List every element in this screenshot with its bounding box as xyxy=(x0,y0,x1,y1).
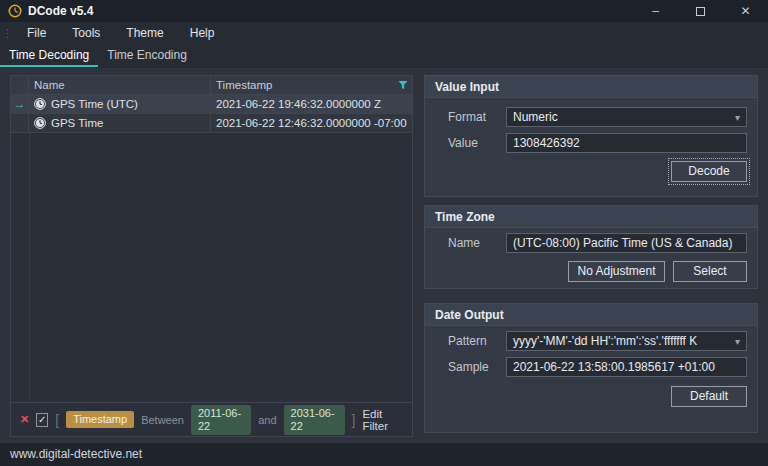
timezone-name-row: Name xyxy=(425,233,747,253)
pattern-label: Pattern xyxy=(425,334,506,348)
format-dropdown[interactable]: Numeric ▾ xyxy=(506,107,747,127)
filter-to-badge[interactable]: 2031-06-22 xyxy=(284,405,345,435)
menu-theme[interactable]: Theme xyxy=(113,22,176,45)
row-name-cell[interactable]: GPS Time xyxy=(29,114,211,132)
sample-label: Sample xyxy=(425,360,506,374)
timezone-name-field[interactable] xyxy=(506,233,747,253)
grip-icon: ⋮ xyxy=(0,27,14,40)
remove-filter-icon[interactable]: ✕ xyxy=(20,413,29,426)
row-name-cell[interactable]: GPS Time (UTC) xyxy=(29,95,211,113)
filter-from-badge[interactable]: 2011-06-22 xyxy=(191,405,251,435)
format-selected-value: Numeric xyxy=(513,110,558,124)
sample-row: Sample xyxy=(425,357,747,377)
edit-filter-link[interactable]: Edit Filter xyxy=(362,408,403,432)
filter-close-bracket: ] xyxy=(352,412,356,428)
filter-enabled-checkbox[interactable]: ✓ xyxy=(36,413,48,427)
window-controls: – ✕ xyxy=(633,0,768,22)
menu-bar: ⋮ File Tools Theme Help xyxy=(0,22,768,45)
title-bar: DCode v5.4 – ✕ xyxy=(0,0,768,22)
filter-operator[interactable]: Between xyxy=(141,414,184,426)
check-icon: ✓ xyxy=(38,414,46,425)
arrow-right-icon: → xyxy=(14,97,26,111)
status-link: www.digital-detective.net xyxy=(10,447,142,461)
format-label: Format xyxy=(425,110,506,124)
results-panel: Name Timestamp → xyxy=(10,75,413,437)
tab-time-decoding[interactable]: Time Decoding xyxy=(0,45,98,67)
value-row: Value xyxy=(425,133,747,153)
tab-time-encoding[interactable]: Time Encoding xyxy=(98,45,196,67)
no-adjustment-button[interactable]: No Adjustment xyxy=(568,261,665,282)
maximize-button[interactable] xyxy=(678,0,723,22)
table-row[interactable]: → GPS Time (UTC) 2021-06-22 19:46:32.000… xyxy=(11,95,412,114)
decode-button[interactable]: Decode xyxy=(671,161,747,182)
filter-open-bracket: [ xyxy=(55,412,59,428)
pattern-selected-value: yyyy'-'MM'-'dd HH':'mm':'ss'.'fffffff K xyxy=(513,334,697,348)
column-header-timestamp-label: Timestamp xyxy=(216,79,272,91)
row-name-text: GPS Time (UTC) xyxy=(51,98,138,110)
row-name-text: GPS Time xyxy=(51,117,103,129)
grid-header-row: Name Timestamp xyxy=(11,76,412,95)
grid-gutter-line xyxy=(29,133,30,402)
window-title: DCode v5.4 xyxy=(28,4,93,18)
chevron-down-icon: ▾ xyxy=(735,336,740,347)
tab-bar: Time Decoding Time Encoding xyxy=(0,45,768,68)
time-zone-title: Time Zone xyxy=(425,206,757,228)
table-row[interactable]: GPS Time 2021-06-22 12:46:32.0000000 -07… xyxy=(11,114,412,133)
minimize-icon: – xyxy=(652,4,659,18)
row-timestamp-cell[interactable]: 2021-06-22 12:46:32.0000000 -07:00 xyxy=(211,114,412,132)
selected-row-indicator: → xyxy=(11,95,29,113)
close-button[interactable]: ✕ xyxy=(723,0,768,22)
date-output-group: Date Output Pattern yyyy'-'MM'-'dd HH':'… xyxy=(424,303,758,433)
filter-field-badge[interactable]: Timestamp xyxy=(66,411,134,428)
maximize-icon xyxy=(696,7,705,16)
row-timestamp-cell[interactable]: 2021-06-22 19:46:32.0000000 Z xyxy=(211,95,412,113)
value-input-field[interactable] xyxy=(506,133,747,153)
clock-icon xyxy=(34,117,46,129)
grid-header-gutter xyxy=(11,76,29,94)
value-input-title: Value Input xyxy=(425,76,757,98)
results-grid: Name Timestamp → xyxy=(11,76,412,133)
select-button[interactable]: Select xyxy=(673,261,747,282)
minimize-button[interactable]: – xyxy=(633,0,678,22)
close-icon: ✕ xyxy=(740,4,750,18)
column-header-timestamp[interactable]: Timestamp xyxy=(211,76,412,94)
menu-file[interactable]: File xyxy=(14,22,59,45)
filter-conjunction: and xyxy=(258,414,276,426)
filter-bar: ✕ ✓ [ Timestamp Between 2011-06-22 and 2… xyxy=(11,402,412,436)
timezone-name-label: Name xyxy=(425,236,506,250)
format-row: Format Numeric ▾ xyxy=(425,107,747,127)
column-header-name[interactable]: Name xyxy=(29,76,211,94)
sample-field[interactable] xyxy=(506,357,747,377)
value-input-group: Value Input Format Numeric ▾ Value Decod… xyxy=(424,75,758,197)
menu-tools[interactable]: Tools xyxy=(59,22,113,45)
default-button[interactable]: Default xyxy=(671,386,747,407)
time-zone-group: Time Zone Name No Adjustment Select xyxy=(424,205,758,289)
row-gutter xyxy=(11,114,29,132)
chevron-down-icon: ▾ xyxy=(735,112,740,123)
pattern-dropdown[interactable]: yyyy'-'MM'-'dd HH':'mm':'ss'.'fffffff K … xyxy=(506,331,747,351)
filter-funnel-icon[interactable] xyxy=(398,80,408,90)
status-bar: www.digital-detective.net xyxy=(0,443,768,466)
value-label: Value xyxy=(425,136,506,150)
app-logo-icon xyxy=(8,4,22,18)
clock-icon xyxy=(34,98,46,110)
pattern-row: Pattern yyyy'-'MM'-'dd HH':'mm':'ss'.'ff… xyxy=(425,331,747,351)
date-output-title: Date Output xyxy=(425,304,757,326)
menu-help[interactable]: Help xyxy=(177,22,228,45)
